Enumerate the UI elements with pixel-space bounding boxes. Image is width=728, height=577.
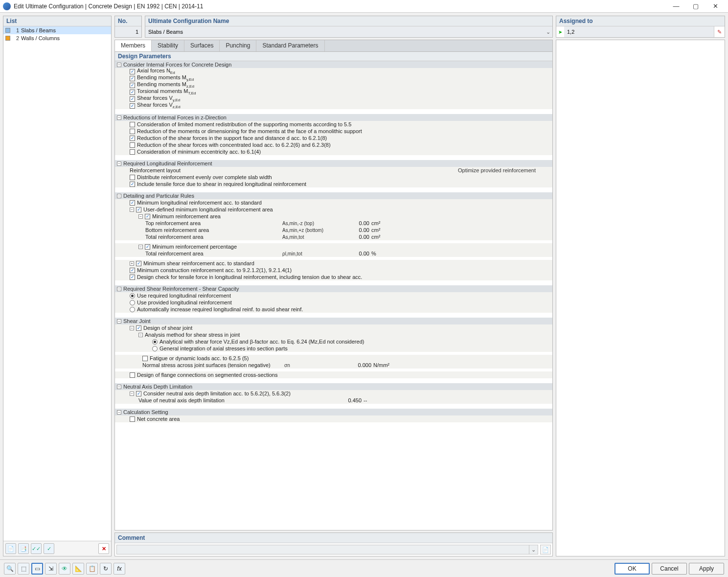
copy-icon[interactable]: 📋: [86, 563, 98, 575]
cb-axial-n[interactable]: ✓Axial forces NEd: [115, 68, 552, 75]
collapse-icon[interactable]: −: [117, 385, 121, 389]
list-item-1[interactable]: 1 Slabs / Beams: [3, 26, 111, 34]
section-reductions[interactable]: − Reductions of Internal Forces in z-Dir…: [115, 114, 552, 121]
fx-icon[interactable]: fx: [114, 563, 125, 575]
list-item-2[interactable]: 2 Walls / Columns: [3, 34, 111, 42]
tab-standard-parameters[interactable]: Standard Parameters: [256, 40, 324, 51]
comment-edit-button[interactable]: 📄: [540, 545, 551, 554]
cb-min-area[interactable]: −✓Minimum reinforcement area: [115, 213, 552, 220]
cb-dt-0[interactable]: ✓Minimum longitudinal reinforcement acc.…: [115, 199, 552, 206]
center-panel: No. Ultimate Configuration Name ⌄ Assign…: [114, 16, 725, 556]
assigned-header: Assigned to: [556, 16, 725, 26]
chevron-down-icon[interactable]: ⌄: [544, 26, 552, 37]
cb-dt-shear[interactable]: +✓Minimum shear reinforcement acc. to st…: [115, 260, 552, 267]
layout-row[interactable]: Reinforcement layout Optimize provided r…: [115, 167, 552, 174]
list-item-label: Walls / Columns: [21, 35, 60, 41]
cb-mt[interactable]: ✓Torsional moments MT,Ed: [115, 89, 552, 95]
collapse-icon[interactable]: −: [117, 63, 121, 67]
collapse-icon[interactable]: −: [117, 194, 121, 198]
tab-stability[interactable]: Stability: [152, 40, 184, 51]
collapse-icon[interactable]: −: [117, 410, 121, 415]
val-bot-area[interactable]: Bottom reinforcement areaAs,min,+z (bott…: [115, 227, 552, 233]
no-header: No.: [115, 16, 141, 26]
maximize-button[interactable]: ▢: [686, 0, 705, 13]
cb-dt-1[interactable]: −✓User-defined minimum longitudinal rein…: [115, 206, 552, 213]
collapse-icon[interactable]: −: [117, 319, 121, 323]
tree-icon[interactable]: ⇲: [45, 563, 57, 575]
tab-surfaces[interactable]: Surfaces: [184, 40, 220, 51]
collapse-icon[interactable]: −: [117, 115, 121, 120]
cb-dt-tensile[interactable]: ✓Design check for tensile force in longi…: [115, 274, 552, 280]
rb-sj-1[interactable]: General integration of axial stresses in…: [115, 345, 552, 352]
val-sj-normal[interactable]: Normal stress across joint surfaces (ten…: [115, 362, 552, 369]
rb-sc-1[interactable]: Use provided longitudinal reinforcement: [115, 299, 552, 306]
assigned-field: Assigned to ➤ ✎: [556, 16, 725, 38]
ok-button[interactable]: OK: [614, 563, 650, 575]
section-detailing[interactable]: − Detailing and Particular Rules: [115, 192, 552, 199]
cb-mz[interactable]: ✓Bending moments Mz,Ed: [115, 82, 552, 89]
section-shear-cap[interactable]: − Required Shear Reinforcement - Shear C…: [115, 285, 552, 292]
cb-na[interactable]: −✓Consider neutral axis depth limitation…: [115, 390, 552, 397]
cb-rl-0[interactable]: Distribute reinforcement evenly over com…: [115, 174, 552, 181]
view1-icon[interactable]: ⬚: [18, 563, 29, 575]
parameters-title: Design Parameters: [115, 52, 552, 61]
val-na[interactable]: Value of neutral axis depth limitation0.…: [115, 397, 552, 404]
val-min-pct[interactable]: Total reinforcement areaρl,min,tot0.00%: [115, 250, 552, 257]
cb-red-2[interactable]: ✓Reduction of the shear forces in the su…: [115, 135, 552, 141]
collapse-icon[interactable]: −: [117, 287, 121, 291]
cb-red-0[interactable]: Consideration of limited moment redistri…: [115, 121, 552, 128]
check-button[interactable]: ✓✓: [31, 543, 42, 554]
section-internal-forces[interactable]: − Consider Internal Forces for Concrete …: [115, 61, 552, 68]
section-calc[interactable]: − Calculation Setting: [115, 409, 552, 415]
cb-red-3[interactable]: Reduction of the shear forces with conce…: [115, 141, 552, 148]
zoom-icon[interactable]: 🔍: [4, 563, 16, 575]
no-input[interactable]: [115, 26, 141, 37]
val-top-area[interactable]: Top reinforcement areaAs,min,-z (top)0.0…: [115, 220, 552, 227]
eye-icon[interactable]: 👁: [59, 563, 70, 575]
cb-sj-flange[interactable]: Design of flange connections on segmente…: [115, 371, 552, 378]
section-shear-joint[interactable]: − Shear Joint: [115, 318, 552, 324]
name-field: Ultimate Configuration Name ⌄: [145, 16, 553, 38]
name-input[interactable]: [145, 26, 544, 37]
preview-panel: [556, 40, 725, 556]
parameters-scroll[interactable]: − Consider Internal Forces for Concrete …: [115, 61, 552, 530]
collapse-icon[interactable]: −: [117, 162, 121, 166]
cb-rl-1[interactable]: ✓Include tensile force due to shear in r…: [115, 181, 552, 187]
sj-method[interactable]: −Analysis method for shear stress in joi…: [115, 331, 552, 338]
units-icon[interactable]: 📐: [72, 563, 84, 575]
new-item-button[interactable]: 📄: [5, 543, 16, 554]
reset-icon[interactable]: ↻: [100, 563, 112, 575]
section-neutral[interactable]: − Neutral Axis Depth Limitation: [115, 383, 552, 390]
list-header: List: [3, 16, 111, 26]
val-tot-area[interactable]: Total reinforcement areaAs,min,tot0.00cm…: [115, 233, 552, 240]
cb-dt-constr[interactable]: ✓Minimum construction reinforcement acc.…: [115, 267, 552, 274]
close-button[interactable]: ✕: [705, 0, 725, 13]
rb-sc-0[interactable]: Use required longitudinal reinforcement: [115, 292, 552, 299]
tab-members[interactable]: Members: [115, 40, 152, 51]
cb-sj-design[interactable]: −✓Design of shear joint: [115, 324, 552, 331]
cb-vy[interactable]: ✓Shear forces Vy,Ed: [115, 95, 552, 102]
cancel-button[interactable]: Cancel: [652, 563, 687, 575]
cb-vz[interactable]: ✓Shear forces Vz,Ed: [115, 102, 552, 109]
cb-sj-fatigue[interactable]: Fatigue or dynamic loads acc. to 6.2.5 (…: [115, 355, 552, 362]
chevron-down-icon[interactable]: ⌄: [529, 545, 538, 554]
cb-min-pct[interactable]: −✓Minimum reinforcement percentage: [115, 243, 552, 250]
comment-input[interactable]: [116, 545, 529, 554]
cb-red-4[interactable]: Consideration of minimum eccentricity ac…: [115, 148, 552, 155]
uncheck-button[interactable]: ✓: [44, 543, 54, 554]
cb-red-1[interactable]: Reduction of the moments or dimensioning…: [115, 128, 552, 135]
section-req-long[interactable]: − Required Longitudinal Reinforcement: [115, 160, 552, 167]
tab-punching[interactable]: Punching: [220, 40, 256, 51]
rb-sj-0[interactable]: Analytical with shear force Vz,Ed and β-…: [115, 338, 552, 345]
pick-in-view-button[interactable]: ✎: [714, 26, 725, 37]
minimize-button[interactable]: —: [666, 0, 686, 13]
cb-my[interactable]: ✓Bending moments My,Ed: [115, 75, 552, 82]
copy-item-button[interactable]: 📑: [18, 543, 29, 554]
apply-button[interactable]: Apply: [689, 563, 724, 575]
view2-icon[interactable]: ▭: [31, 563, 43, 575]
rb-sc-2[interactable]: Automatically increase required longitud…: [115, 306, 552, 313]
assigned-input[interactable]: [564, 26, 714, 37]
cb-net-concrete[interactable]: Net concrete area: [115, 415, 552, 422]
workspace: List 1 Slabs / Beams 2 Walls / Columns 📄…: [0, 13, 728, 559]
delete-item-button[interactable]: ✕: [98, 543, 109, 554]
